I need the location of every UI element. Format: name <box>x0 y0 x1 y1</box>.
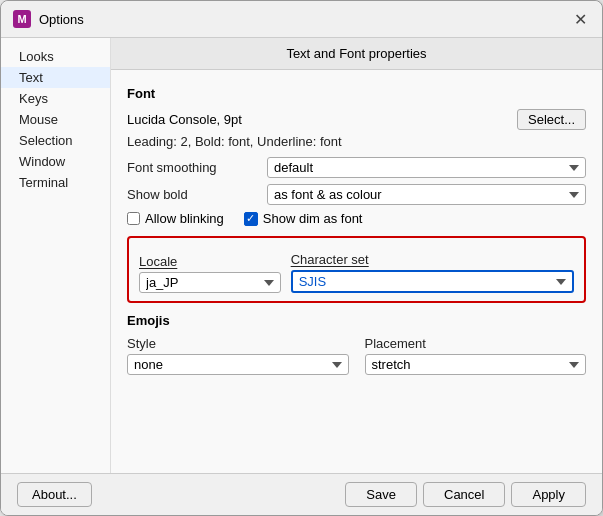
sidebar-item-looks[interactable]: Looks <box>1 46 110 67</box>
style-select[interactable]: none text twemoji <box>127 354 349 375</box>
titlebar: M Options ✕ <box>1 1 602 38</box>
save-button[interactable]: Save <box>345 482 417 507</box>
style-group: Style none text twemoji <box>127 336 349 375</box>
show-dim-label[interactable]: Show dim as font <box>244 211 363 226</box>
charset-group: Character set SJIS UTF-8 EUC-JP ISO-8859… <box>291 252 574 293</box>
emojis-section-label: Emojis <box>127 313 586 328</box>
font-smoothing-label: Font smoothing <box>127 160 267 175</box>
font-section-label: Font <box>127 86 586 101</box>
sidebar-item-mouse[interactable]: Mouse <box>1 109 110 130</box>
locale-charset-row: Locale ja_JP en_US zh_CN ko_KR Character… <box>139 252 574 293</box>
charset-label: Character set <box>291 252 574 267</box>
emojis-section: Emojis Style none text twemoji Placement <box>127 313 586 375</box>
sidebar-item-window[interactable]: Window <box>1 151 110 172</box>
main-content: Looks Text Keys Mouse Selection Window T… <box>1 38 602 473</box>
window-title: Options <box>39 12 84 27</box>
locale-charset-section: Locale ja_JP en_US zh_CN ko_KR Character… <box>127 236 586 303</box>
cancel-button[interactable]: Cancel <box>423 482 505 507</box>
sidebar: Looks Text Keys Mouse Selection Window T… <box>1 38 111 473</box>
font-smoothing-row: Font smoothing default none light full <box>127 157 586 178</box>
emojis-row: Style none text twemoji Placement stretc… <box>127 336 586 375</box>
checkbox-row: Allow blinking Show dim as font <box>127 211 586 226</box>
font-name: Lucida Console, 9pt <box>127 112 242 127</box>
footer-left: About... <box>17 482 92 507</box>
locale-select[interactable]: ja_JP en_US zh_CN ko_KR <box>139 272 281 293</box>
about-button[interactable]: About... <box>17 482 92 507</box>
sidebar-item-terminal[interactable]: Terminal <box>1 172 110 193</box>
show-dim-checkbox[interactable] <box>244 212 258 226</box>
leading-info: Leading: 2, Bold: font, Underline: font <box>127 134 586 149</box>
sidebar-item-text[interactable]: Text <box>1 67 110 88</box>
footer: About... Save Cancel Apply <box>1 473 602 515</box>
sidebar-item-keys[interactable]: Keys <box>1 88 110 109</box>
locale-label: Locale <box>139 254 281 269</box>
style-label: Style <box>127 336 267 351</box>
show-bold-row: Show bold as font & as colour as font as… <box>127 184 586 205</box>
charset-select[interactable]: SJIS UTF-8 EUC-JP ISO-8859-1 <box>291 270 574 293</box>
placement-group: Placement stretch fit natural <box>365 336 587 375</box>
select-font-button[interactable]: Select... <box>517 109 586 130</box>
titlebar-left: M Options <box>13 10 84 28</box>
show-dim-text: Show dim as font <box>263 211 363 226</box>
allow-blinking-label[interactable]: Allow blinking <box>127 211 224 226</box>
footer-right: Save Cancel Apply <box>345 482 586 507</box>
main-panel: Text and Font properties Font Lucida Con… <box>111 38 602 473</box>
panel-header: Text and Font properties <box>111 38 602 70</box>
placement-label: Placement <box>365 336 505 351</box>
font-smoothing-select[interactable]: default none light full <box>267 157 586 178</box>
panel-body: Font Lucida Console, 9pt Select... Leadi… <box>111 70 602 473</box>
app-icon: M <box>13 10 31 28</box>
allow-blinking-checkbox[interactable] <box>127 212 140 225</box>
apply-button[interactable]: Apply <box>511 482 586 507</box>
show-bold-select[interactable]: as font & as colour as font as colour of… <box>267 184 586 205</box>
allow-blinking-text: Allow blinking <box>145 211 224 226</box>
locale-group: Locale ja_JP en_US zh_CN ko_KR <box>139 254 281 293</box>
close-button[interactable]: ✕ <box>570 9 590 29</box>
placement-select[interactable]: stretch fit natural <box>365 354 587 375</box>
font-info-row: Lucida Console, 9pt Select... <box>127 109 586 130</box>
show-bold-label: Show bold <box>127 187 267 202</box>
sidebar-item-selection[interactable]: Selection <box>1 130 110 151</box>
options-window: M Options ✕ Looks Text Keys Mouse Select… <box>0 0 603 516</box>
